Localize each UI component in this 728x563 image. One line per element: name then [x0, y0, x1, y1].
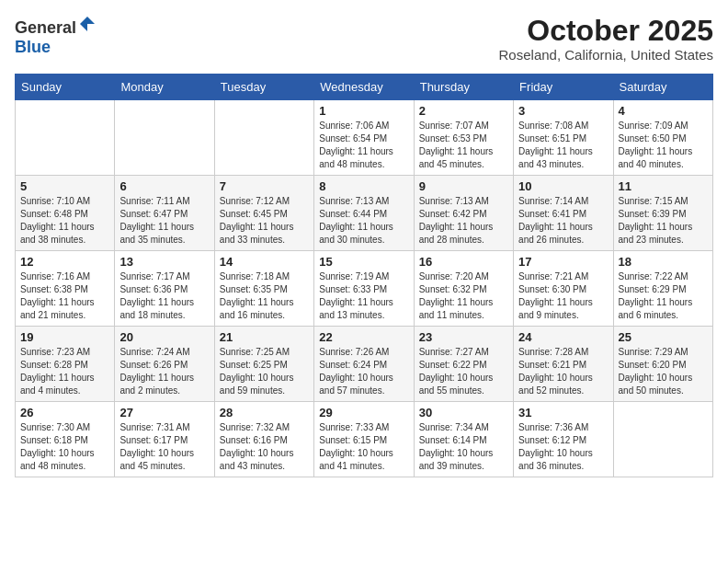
- day-info: Sunrise: 7:19 AM Sunset: 6:33 PM Dayligh…: [319, 270, 408, 322]
- weekday-header-sunday: Sunday: [16, 75, 115, 100]
- day-info: Sunrise: 7:36 AM Sunset: 6:12 PM Dayligh…: [518, 421, 608, 473]
- calendar-cell: 12Sunrise: 7:16 AM Sunset: 6:38 PM Dayli…: [16, 251, 115, 327]
- day-number: 8: [319, 179, 408, 193]
- day-info: Sunrise: 7:14 AM Sunset: 6:41 PM Dayligh…: [518, 195, 608, 247]
- day-info: Sunrise: 7:29 AM Sunset: 6:20 PM Dayligh…: [619, 346, 708, 397]
- day-number: 25: [619, 330, 708, 344]
- calendar-week-row: 26Sunrise: 7:30 AM Sunset: 6:18 PM Dayli…: [16, 402, 713, 477]
- svg-marker-0: [80, 17, 95, 31]
- day-number: 24: [518, 330, 608, 344]
- calendar-cell: 24Sunrise: 7:28 AM Sunset: 6:21 PM Dayli…: [514, 327, 613, 402]
- calendar-cell: 20Sunrise: 7:24 AM Sunset: 6:26 PM Dayli…: [115, 327, 214, 402]
- calendar-cell: 14Sunrise: 7:18 AM Sunset: 6:35 PM Dayli…: [214, 251, 313, 327]
- calendar-cell: 18Sunrise: 7:22 AM Sunset: 6:29 PM Dayli…: [613, 251, 712, 327]
- logo: General Blue: [15, 15, 97, 57]
- calendar-cell: [613, 402, 712, 477]
- calendar-week-row: 19Sunrise: 7:23 AM Sunset: 6:28 PM Dayli…: [16, 327, 713, 402]
- day-info: Sunrise: 7:13 AM Sunset: 6:44 PM Dayligh…: [319, 195, 408, 247]
- day-info: Sunrise: 7:13 AM Sunset: 6:42 PM Dayligh…: [419, 195, 508, 247]
- calendar-cell: 2Sunrise: 7:07 AM Sunset: 6:53 PM Daylig…: [414, 100, 513, 176]
- logo-blue-text: Blue: [15, 38, 51, 56]
- day-number: 16: [419, 255, 508, 269]
- day-number: 30: [419, 406, 508, 419]
- calendar-cell: 13Sunrise: 7:17 AM Sunset: 6:36 PM Dayli…: [115, 251, 214, 327]
- calendar-cell: 5Sunrise: 7:10 AM Sunset: 6:48 PM Daylig…: [16, 176, 115, 251]
- calendar-cell: [115, 100, 214, 176]
- weekday-header-thursday: Thursday: [414, 75, 513, 100]
- calendar-cell: 10Sunrise: 7:14 AM Sunset: 6:41 PM Dayli…: [514, 176, 613, 251]
- day-info: Sunrise: 7:27 AM Sunset: 6:22 PM Dayligh…: [419, 346, 508, 397]
- calendar-cell: [214, 100, 313, 176]
- calendar-cell: 8Sunrise: 7:13 AM Sunset: 6:44 PM Daylig…: [314, 176, 414, 251]
- day-number: 22: [319, 330, 408, 344]
- day-number: 2: [419, 104, 508, 118]
- day-number: 23: [419, 330, 508, 344]
- calendar-cell: 29Sunrise: 7:33 AM Sunset: 6:15 PM Dayli…: [314, 402, 414, 477]
- day-info: Sunrise: 7:24 AM Sunset: 6:26 PM Dayligh…: [119, 346, 209, 397]
- day-number: 26: [20, 406, 109, 419]
- day-number: 20: [119, 330, 209, 344]
- day-number: 5: [20, 179, 109, 193]
- calendar-cell: 3Sunrise: 7:08 AM Sunset: 6:51 PM Daylig…: [514, 100, 613, 176]
- calendar-cell: 26Sunrise: 7:30 AM Sunset: 6:18 PM Dayli…: [16, 402, 115, 477]
- day-info: Sunrise: 7:07 AM Sunset: 6:53 PM Dayligh…: [419, 120, 508, 171]
- day-number: 27: [119, 406, 209, 419]
- day-info: Sunrise: 7:23 AM Sunset: 6:28 PM Dayligh…: [20, 346, 109, 397]
- day-info: Sunrise: 7:08 AM Sunset: 6:51 PM Dayligh…: [518, 120, 608, 171]
- calendar-cell: 19Sunrise: 7:23 AM Sunset: 6:28 PM Dayli…: [16, 327, 115, 402]
- calendar-cell: 28Sunrise: 7:32 AM Sunset: 6:16 PM Dayli…: [214, 402, 313, 477]
- day-number: 18: [619, 255, 708, 269]
- day-info: Sunrise: 7:09 AM Sunset: 6:50 PM Dayligh…: [619, 120, 708, 171]
- calendar-cell: 1Sunrise: 7:06 AM Sunset: 6:54 PM Daylig…: [314, 100, 414, 176]
- weekday-header-friday: Friday: [514, 75, 613, 100]
- day-info: Sunrise: 7:18 AM Sunset: 6:35 PM Dayligh…: [220, 270, 309, 322]
- calendar-cell: 23Sunrise: 7:27 AM Sunset: 6:22 PM Dayli…: [414, 327, 513, 402]
- calendar-cell: 27Sunrise: 7:31 AM Sunset: 6:17 PM Dayli…: [115, 402, 214, 477]
- calendar-cell: 22Sunrise: 7:26 AM Sunset: 6:24 PM Dayli…: [314, 327, 414, 402]
- day-number: 29: [319, 406, 408, 419]
- day-number: 14: [220, 255, 309, 269]
- calendar-cell: 9Sunrise: 7:13 AM Sunset: 6:42 PM Daylig…: [414, 176, 513, 251]
- calendar-cell: 17Sunrise: 7:21 AM Sunset: 6:30 PM Dayli…: [514, 251, 613, 327]
- day-info: Sunrise: 7:22 AM Sunset: 6:29 PM Dayligh…: [619, 270, 708, 322]
- weekday-header-wednesday: Wednesday: [314, 75, 414, 100]
- day-info: Sunrise: 7:32 AM Sunset: 6:16 PM Dayligh…: [220, 421, 309, 473]
- logo-content: General Blue: [15, 15, 97, 57]
- day-info: Sunrise: 7:26 AM Sunset: 6:24 PM Dayligh…: [319, 346, 408, 397]
- page-header: General Blue October 2025 Roseland, Cali…: [15, 15, 713, 63]
- day-info: Sunrise: 7:17 AM Sunset: 6:36 PM Dayligh…: [119, 270, 209, 322]
- weekday-header-row: SundayMondayTuesdayWednesdayThursdayFrid…: [16, 75, 713, 100]
- logo-icon: [78, 15, 97, 33]
- calendar-cell: 21Sunrise: 7:25 AM Sunset: 6:25 PM Dayli…: [214, 327, 313, 402]
- calendar-cell: 7Sunrise: 7:12 AM Sunset: 6:45 PM Daylig…: [214, 176, 313, 251]
- calendar-week-row: 1Sunrise: 7:06 AM Sunset: 6:54 PM Daylig…: [16, 100, 713, 176]
- day-number: 17: [518, 255, 608, 269]
- calendar-cell: 4Sunrise: 7:09 AM Sunset: 6:50 PM Daylig…: [613, 100, 712, 176]
- day-info: Sunrise: 7:28 AM Sunset: 6:21 PM Dayligh…: [518, 346, 608, 397]
- weekday-header-tuesday: Tuesday: [214, 75, 313, 100]
- day-info: Sunrise: 7:06 AM Sunset: 6:54 PM Dayligh…: [319, 120, 408, 171]
- day-info: Sunrise: 7:25 AM Sunset: 6:25 PM Dayligh…: [220, 346, 309, 397]
- logo-general-text: General: [15, 18, 76, 37]
- day-info: Sunrise: 7:21 AM Sunset: 6:30 PM Dayligh…: [518, 270, 608, 322]
- calendar-table: SundayMondayTuesdayWednesdayThursdayFrid…: [15, 74, 713, 477]
- day-info: Sunrise: 7:34 AM Sunset: 6:14 PM Dayligh…: [419, 421, 508, 473]
- day-number: 21: [220, 330, 309, 344]
- calendar-cell: 11Sunrise: 7:15 AM Sunset: 6:39 PM Dayli…: [613, 176, 712, 251]
- weekday-header-monday: Monday: [115, 75, 214, 100]
- day-number: 4: [619, 104, 708, 118]
- day-info: Sunrise: 7:31 AM Sunset: 6:17 PM Dayligh…: [119, 421, 209, 473]
- location-title: Roseland, California, United States: [499, 47, 713, 63]
- day-info: Sunrise: 7:20 AM Sunset: 6:32 PM Dayligh…: [419, 270, 508, 322]
- day-number: 15: [319, 255, 408, 269]
- day-info: Sunrise: 7:10 AM Sunset: 6:48 PM Dayligh…: [20, 195, 109, 247]
- day-number: 19: [20, 330, 109, 344]
- day-number: 7: [220, 179, 309, 193]
- day-number: 12: [20, 255, 109, 269]
- calendar-cell: [16, 100, 115, 176]
- day-info: Sunrise: 7:33 AM Sunset: 6:15 PM Dayligh…: [319, 421, 408, 473]
- day-info: Sunrise: 7:30 AM Sunset: 6:18 PM Dayligh…: [20, 421, 109, 473]
- day-info: Sunrise: 7:12 AM Sunset: 6:45 PM Dayligh…: [220, 195, 309, 247]
- day-number: 13: [119, 255, 209, 269]
- day-info: Sunrise: 7:11 AM Sunset: 6:47 PM Dayligh…: [119, 195, 209, 247]
